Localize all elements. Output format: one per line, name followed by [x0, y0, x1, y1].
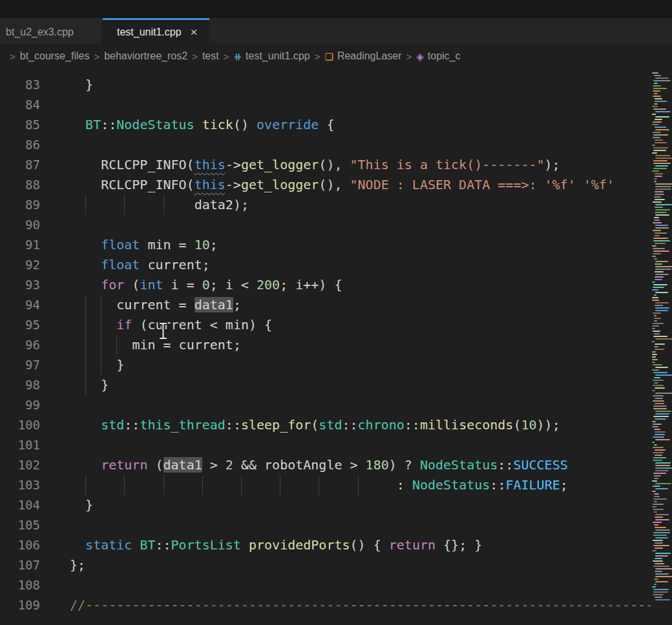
code-line[interactable]: 86 — [0, 135, 672, 155]
breadcrumb-item-topic[interactable]: ◈ topic_c — [416, 50, 460, 62]
breadcrumb-item-readinglaser[interactable]: ❏ ReadingLaser — [324, 50, 401, 62]
code-token: current = — [116, 297, 194, 312]
line-number: 107 — [0, 555, 40, 575]
code-token — [70, 237, 101, 252]
minimap-line — [655, 599, 670, 600]
code-line[interactable]: 98 } — [0, 375, 672, 395]
line-number: 95 — [0, 315, 40, 335]
code-token: }; — [70, 557, 85, 573]
code-token: -> — [226, 157, 241, 172]
breadcrumb-item-test[interactable]: test — [202, 50, 219, 62]
minimap-line — [655, 568, 672, 569]
line-number: 97 — [0, 355, 40, 375]
minimap-line — [652, 426, 658, 427]
minimap-line — [655, 576, 672, 577]
minimap-line — [655, 129, 669, 130]
code-line[interactable]: 83 } — [0, 75, 672, 95]
minimap-line — [655, 597, 662, 598]
minimap-line — [653, 323, 664, 324]
code-line[interactable]: 108 — [0, 575, 672, 595]
minimap-line — [655, 529, 670, 531]
minimap-line — [653, 522, 662, 523]
line-content: data2); — [40, 197, 249, 212]
minimap-line — [655, 514, 669, 515]
code-token: } — [85, 377, 109, 393]
code-token: data1 — [194, 297, 233, 312]
code-line[interactable]: 101 — [0, 435, 672, 455]
code-token: :: — [404, 417, 420, 433]
breadcrumb-item-bt-course-files[interactable]: bt_course_files — [20, 50, 90, 62]
minimap-line — [653, 88, 667, 89]
chevron-right-icon: > — [10, 51, 16, 62]
minimap-line — [655, 483, 671, 484]
line-content — [40, 397, 70, 413]
line-content — [40, 137, 70, 152]
line-content: for (int i = 0; i < 200; i++) { — [40, 277, 342, 292]
code-line[interactable]: 107}; — [0, 555, 672, 575]
code-token — [70, 257, 101, 272]
minimap-line — [653, 594, 664, 595]
minimap-line — [653, 238, 668, 239]
code-line[interactable]: 91 float min = 10; — [0, 235, 672, 255]
code-line[interactable]: 92 float current; — [0, 255, 672, 275]
code-line[interactable]: 94 current = data1; — [0, 295, 672, 315]
minimap[interactable] — [651, 68, 672, 625]
code-line[interactable]: 99 — [0, 395, 672, 415]
code-line[interactable]: 106 static BT::PortsList providedPorts()… — [0, 535, 672, 555]
minimap-line — [655, 310, 668, 311]
minimap-line — [653, 230, 661, 231]
code-line[interactable]: 89 data2); — [0, 195, 672, 215]
minimap-line — [655, 558, 662, 559]
minimap-line — [653, 405, 667, 407]
breadcrumb-label: bt_course_files — [20, 50, 90, 62]
minimap-line — [652, 491, 656, 492]
minimap-line — [655, 214, 669, 216]
code-line[interactable]: 95 if (current < min) { — [0, 315, 672, 335]
code-line[interactable]: 102 return (data1 > 2 && robotAngle > 18… — [0, 455, 672, 475]
line-content — [40, 97, 70, 112]
code-line[interactable]: 90 — [0, 215, 672, 235]
code-token: min = current; — [132, 337, 241, 353]
minimap-line — [653, 287, 664, 288]
code-token — [194, 117, 202, 132]
minimap-line — [654, 501, 657, 502]
minimap-line — [654, 93, 658, 94]
close-icon[interactable]: × — [189, 26, 199, 38]
code-line[interactable]: 109//-----------------------------------… — [0, 595, 672, 615]
code-line[interactable]: 84 — [0, 95, 672, 115]
code-token: SUCCESS — [513, 457, 567, 473]
tab-test-unit1[interactable]: test_unit1.cpp × — [103, 18, 209, 44]
code-line[interactable]: 93 for (int i = 0; i < 200; i++) { — [0, 275, 672, 295]
code-editor[interactable]: 83 }8485 BT::NodeStatus tick() override … — [0, 68, 672, 625]
breadcrumb-item-test-unit1-cpp[interactable]: ⧺ test_unit1.cpp — [233, 50, 310, 62]
code-line[interactable]: 96 min = current; — [0, 335, 672, 355]
code-line[interactable]: 97 } — [0, 355, 672, 375]
line-content: } — [40, 357, 124, 373]
code-token: PortsList — [171, 537, 241, 553]
code-token — [70, 457, 101, 473]
code-line[interactable]: 105 — [0, 515, 672, 535]
code-line[interactable]: 85 BT::NodeStatus tick() override { — [0, 115, 672, 135]
minimap-line — [655, 101, 667, 102]
minimap-line — [652, 106, 658, 107]
minimap-line — [655, 127, 666, 128]
line-number: 108 — [0, 575, 40, 595]
code-token: } — [70, 497, 93, 513]
code-token: float — [101, 257, 140, 272]
code-token: get_logger — [241, 157, 319, 172]
code-line[interactable]: 100 std::this_thread::sleep_for(std::chr… — [0, 415, 672, 435]
code-line[interactable]: 87 RCLCPP_INFO(this->get_logger(), "This… — [0, 155, 672, 175]
minimap-line — [653, 545, 669, 546]
code-line[interactable]: 103 : NodeStatus::FAILURE; — [0, 475, 672, 495]
code-token: if — [116, 317, 132, 333]
line-number: 101 — [0, 435, 40, 455]
code-token: float — [101, 237, 140, 252]
chevron-right-icon: > — [192, 51, 198, 62]
code-line[interactable]: 88 RCLCPP_INFO(this->get_logger(), "NODE… — [0, 175, 672, 195]
code-line[interactable]: 104 } — [0, 495, 672, 515]
tab-bt-u2-ex3[interactable]: bt_u2_ex3.cpp — [0, 18, 103, 44]
minimap-line — [653, 248, 665, 249]
minimap-line — [653, 424, 662, 425]
line-number: 96 — [0, 335, 40, 355]
breadcrumb-item-behaviortree-ros2[interactable]: behaviortree_ros2 — [104, 50, 187, 62]
